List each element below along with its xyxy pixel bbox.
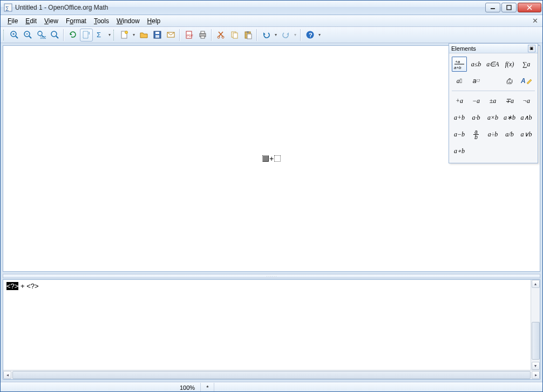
svg-text:Σ: Σ (97, 31, 101, 39)
paste-button[interactable] (241, 29, 254, 42)
mail-button[interactable] (164, 29, 177, 42)
formula-cursor-button[interactable]: Σ (93, 29, 106, 42)
op-neg[interactable]: −a (469, 93, 484, 108)
toolbar-dropdown-1[interactable]: ▾ (107, 29, 112, 42)
svg-text:∑: ∑ (5, 5, 9, 11)
scroll-up-button[interactable]: ▴ (532, 280, 540, 288)
op-frac[interactable]: ab (469, 127, 484, 142)
elements-close-icon[interactable]: ▣ (528, 45, 535, 52)
cut-button[interactable] (214, 29, 227, 42)
close-button[interactable] (518, 3, 541, 12)
menu-window[interactable]: Window (113, 16, 144, 26)
vertical-scrollbar[interactable]: ▴ ▾ (531, 280, 540, 370)
op-not[interactable]: ¬a (519, 93, 534, 108)
svg-point-13 (38, 31, 42, 36)
category-functions[interactable]: f(x) (502, 57, 517, 72)
menu-edit[interactable]: Edit (22, 16, 40, 26)
status-modified: * (201, 383, 214, 393)
svg-rect-25 (155, 35, 159, 38)
op-cdot[interactable]: a·b (469, 110, 484, 125)
export-pdf-button[interactable]: PDF (182, 29, 195, 42)
scroll-down-button[interactable]: ▾ (532, 362, 540, 370)
op-div[interactable]: a÷b (485, 127, 500, 142)
category-operators[interactable]: ∑a (519, 57, 534, 72)
menu-view[interactable]: View (40, 16, 62, 26)
scroll-left-button[interactable]: ◂ (3, 371, 11, 379)
elements-title-text: Elements (451, 45, 476, 52)
svg-text:a+b: a+b (454, 65, 461, 70)
op-circ[interactable]: a∘b (452, 143, 467, 159)
scroll-thumb-h[interactable] (12, 371, 531, 379)
auto-refresh-button[interactable]: I (80, 29, 93, 42)
help-button[interactable]: ? (303, 29, 316, 42)
category-unary-binary[interactable]: +aa+b (452, 57, 467, 72)
print-button[interactable] (196, 29, 209, 42)
op-ast[interactable]: a∗b (502, 110, 517, 125)
elements-divider (452, 91, 535, 91)
category-set[interactable]: a∈A (485, 57, 500, 72)
op-mp[interactable]: ∓a (502, 93, 517, 108)
menu-help[interactable]: Help (144, 16, 165, 26)
preview-plus: + (269, 154, 274, 163)
scroll-right-button[interactable]: ▸ (532, 371, 540, 379)
open-button[interactable] (137, 29, 150, 42)
category-others[interactable]: A (519, 73, 534, 88)
save-button[interactable] (151, 29, 164, 42)
zoom-100-button[interactable]: 100 (35, 29, 47, 42)
op-and[interactable]: a∧b (519, 110, 534, 125)
category-brackets[interactable]: a☐ (469, 73, 484, 88)
elements-category-grid: +aa+b a≤b a∈A f(x) ∑a a⃗ a☐ (ab) A (452, 57, 535, 88)
command-rest: + <?> (18, 282, 38, 290)
redo-button[interactable] (279, 29, 292, 42)
op-or[interactable]: a∨b (519, 127, 534, 142)
split-handle[interactable]: · · · · · · (3, 274, 540, 278)
zoom-in-button[interactable] (8, 29, 21, 42)
zoom-out-button[interactable] (21, 29, 34, 42)
scroll-thumb-v[interactable] (532, 322, 540, 360)
placeholder-selected-icon (262, 155, 269, 162)
toolbar-grip[interactable] (3, 30, 5, 40)
redo-dropdown[interactable]: ▾ (293, 29, 298, 42)
horizontal-scrollbar[interactable]: ◂ ▸ (3, 370, 540, 379)
new-button[interactable] (118, 29, 131, 42)
svg-rect-18 (83, 31, 88, 38)
toolbar-dropdown-2[interactable]: ▾ (317, 29, 322, 42)
category-formats[interactable]: (ab) (502, 73, 517, 88)
undo-dropdown[interactable]: ▾ (273, 29, 279, 42)
svg-text:100: 100 (40, 36, 46, 39)
op-pm[interactable]: ±a (485, 93, 500, 108)
minimize-button[interactable] (485, 3, 500, 12)
command-editor[interactable]: <?> + <?> (3, 280, 540, 379)
refresh-button[interactable] (66, 29, 79, 42)
zoom-all-button[interactable] (48, 29, 61, 42)
menu-format[interactable]: Format (62, 16, 90, 26)
op-slash[interactable]: a/b (502, 127, 517, 142)
svg-rect-37 (233, 33, 237, 38)
maximize-button[interactable] (501, 3, 517, 12)
new-dropdown[interactable]: ▾ (131, 29, 137, 42)
category-relations[interactable]: a≤b (469, 57, 484, 72)
copy-button[interactable] (228, 29, 241, 42)
category-attributes[interactable]: a⃗ (452, 73, 467, 88)
menu-tools[interactable]: Tools (90, 16, 113, 26)
svg-rect-30 (201, 31, 205, 33)
op-sub[interactable]: a−b (452, 127, 467, 142)
command-pane: <?> + <?> ▴ ▾ ◂ ▸ (3, 279, 540, 380)
svg-rect-39 (247, 31, 249, 33)
window-title: Untitled 1 - OpenOffice.org Math (15, 4, 485, 11)
toolbar: 100 I Σ ▾ ▾ PDF ▾ ▾ ? ▾ (1, 27, 542, 43)
svg-rect-40 (247, 34, 252, 39)
workspace: + · · · · · · <?> + <?> ▴ ▾ ◂ ▸ Elements… (1, 43, 542, 382)
menu-file[interactable]: File (4, 16, 22, 26)
preview-formula: + (262, 154, 281, 163)
menu-bar: File Edit View Format Tools Window Help … (1, 15, 542, 27)
toolbar-grip[interactable] (113, 30, 116, 40)
elements-titlebar[interactable]: Elements ▣ (449, 44, 538, 53)
undo-button[interactable] (260, 29, 273, 42)
op-pos[interactable]: +a (452, 93, 467, 108)
op-add[interactable]: a+b (452, 110, 467, 125)
close-document-icon[interactable]: ✕ (531, 17, 539, 25)
placeholder-icon (274, 155, 281, 162)
op-times[interactable]: a×b (485, 110, 500, 125)
status-zoom[interactable]: 100% (174, 383, 201, 393)
